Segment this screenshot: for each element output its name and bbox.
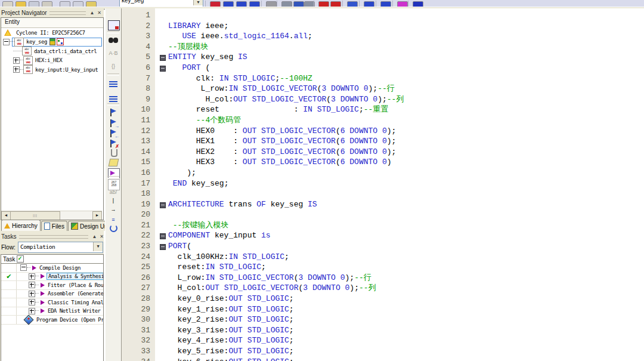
next-bookmark-icon[interactable]: → [108,119,119,128]
tree-item[interactable]: abcVHDdata_ctrl:i_data_ctrl [1,47,103,56]
waveform-icon[interactable] [347,1,358,7]
code-line[interactable]: 13 HEX1 : OUT STD_LOGIC_VECTOR(6 DOWNTO … [122,136,644,147]
fold-collapse-icon[interactable] [160,233,166,239]
start-synthesis-icon[interactable] [249,1,260,7]
goto-icon[interactable]: → [108,205,119,214]
new-file-icon[interactable] [2,1,13,7]
close-panel-icon[interactable]: ✕ [96,10,103,16]
stop-processing-icon[interactable] [210,1,221,7]
chevron-down-icon[interactable]: ▼ [193,0,203,5]
task-row[interactable]: Program Device (Open Programmer) [1,316,103,325]
outdent-icon[interactable] [108,94,119,103]
code-line[interactable]: 9 H_col:OUT STD_LOGIC_VECTOR(3 DOWNTO 0)… [122,94,644,105]
code-line[interactable]: 16 ); [122,168,644,178]
editor-screen-icon[interactable] [108,20,120,30]
insert-template-icon[interactable] [109,159,119,166]
code-line[interactable]: 3 USE ieee.std_logic_1164.all; [122,31,644,42]
replace-icon[interactable]: A·B [108,49,119,58]
code-line[interactable]: 22COMPONENT key_input is [122,230,644,241]
tab-hierarchy[interactable]: Hierarchy [1,220,41,231]
fold-collapse-icon[interactable] [160,202,166,208]
code-line[interactable]: 23PORT( [122,241,644,252]
tab-files[interactable]: Files [41,221,67,231]
horizontal-scrollbar[interactable]: ◄ ||| ► [1,211,102,220]
code-line[interactable]: 18 [122,189,644,199]
swap-icon[interactable] [110,224,117,232]
expand-icon[interactable] [29,282,35,288]
cursor-line-icon[interactable]: | [108,196,119,205]
code-line[interactable]: 27 H_col:OUT STD_LOGIC_VECTOR(3 DOWNTO 0… [122,283,644,294]
close-panel-icon[interactable]: ✕ [98,233,105,240]
code-line[interactable]: 6 PORT ( [122,63,644,73]
error-check-icon[interactable] [330,1,341,7]
code-line[interactable]: 26 L_row:IN STD_LOGIC_VECTOR(3 DOWNTO 0)… [122,273,644,283]
find-icon[interactable] [108,36,119,45]
code-editor[interactable]: 12LIBRARY ieee;3 USE ieee.std_logic_1164… [122,8,644,361]
fold-collapse-icon[interactable] [160,66,166,72]
code-line[interactable]: 10 reset : IN STD_LOGIC;--重置 [122,104,644,115]
code-line[interactable]: 12 HEX0 : OUT STD_LOGIC_VECTOR(6 DOWNTO … [122,126,644,137]
pin-planner-icon[interactable] [293,1,304,7]
code-line[interactable]: 5ENTITY key_seg IS [122,52,644,63]
expand-icon[interactable] [29,299,35,306]
task-row[interactable]: Fitter (Place & Route) [1,281,103,290]
collapse-expander-icon[interactable] [20,264,27,271]
code-line[interactable]: 30 key_2_rise:OUT STD_LOGIC; [122,314,644,325]
save-file-icon[interactable] [29,1,39,7]
fold-collapse-icon[interactable] [160,55,166,61]
programmer-icon[interactable] [413,1,423,7]
tree-item[interactable]: Cyclone II: EP2C5F256C7 [1,28,103,38]
collapse-panel-icon[interactable]: ▲ [89,10,95,16]
chevron-down-icon[interactable]: ▼ [93,242,103,251]
copy-icon[interactable] [73,1,83,7]
tree-item[interactable]: abcVHDkey_seg [1,38,103,47]
timing-analyzer-icon[interactable] [364,1,374,7]
flow-combo[interactable]: Compilation ▼ [18,242,103,253]
code-line[interactable]: 20 [122,209,644,220]
tree-item[interactable]: abcVHDkey_input:U_key_input [1,65,103,75]
assignment-editor-icon[interactable] [281,1,292,7]
indent-icon[interactable] [108,79,119,88]
code-line[interactable]: 1 [122,10,644,21]
task-row[interactable]: Compile Design [1,264,103,273]
task-row[interactable]: Classic Timing Analysis [1,298,103,307]
pause-icon[interactable] [266,1,277,7]
code-line[interactable]: 14 HEX2 : OUT STD_LOGIC_VECTOR(6 DOWNTO … [122,147,644,158]
netlist-viewer-icon[interactable] [380,1,391,7]
word-wrap-icon[interactable]: ab/ [108,188,119,197]
stop-icon[interactable] [318,1,329,7]
task-row[interactable]: ✔Analysis & Synthesis [1,273,103,282]
code-line[interactable]: 34 key_6_rise:OUT STD_LOGIC; [122,357,644,361]
match-brace-icon[interactable]: {} [108,62,119,71]
prev-bookmark-icon[interactable]: ← [108,129,119,138]
bookmark-icon[interactable] [108,108,119,117]
code-line[interactable]: 19ARCHITECTURE trans OF key_seg IS [122,199,644,210]
collapse-panel-icon[interactable]: ▲ [91,233,98,240]
code-line[interactable]: 29 key_1_rise:OUT STD_LOGIC; [122,304,644,315]
code-line[interactable]: 7 clk: IN STD_LOGIC;--100HZ [122,73,644,84]
code-line[interactable]: 33 key_5_rise:OUT STD_LOGIC; [122,346,644,357]
start-compilation-icon[interactable] [223,1,234,7]
clear-bookmarks-icon[interactable]: ✗ [108,139,119,148]
document-selector-combo[interactable]: key_seg ▼ [119,0,203,7]
cut-icon[interactable] [60,1,70,7]
align-lines-icon[interactable]: ≡ [108,215,119,224]
expand-icon[interactable] [29,308,35,314]
start-analysis-icon[interactable] [236,1,247,7]
code-line[interactable]: 24 clk_100KHz:IN STD_LOGIC; [122,252,644,263]
task-row[interactable]: Assembler (Generate programming files) [1,290,103,299]
code-line[interactable]: 21 --按键输入模块 [122,220,644,231]
open-file-icon[interactable] [16,1,26,7]
code-line[interactable]: 8 L_row:IN STD_LOGIC_VECTOR(3 DOWNTO 0);… [122,84,644,94]
paperclip-icon[interactable] [111,149,117,157]
code-line[interactable]: 17 END key_seg; [122,178,644,189]
code-line[interactable]: 11 --4个数码管 [122,115,644,126]
code-line[interactable]: 28 key_0_rise:OUT STD_LOGIC; [122,294,644,304]
fold-collapse-icon[interactable] [160,244,166,250]
code-line[interactable]: 25 reset:IN STD_LOGIC; [122,262,644,273]
expand-icon[interactable] [13,57,20,64]
expand-icon[interactable] [29,291,35,297]
task-check-all-icon[interactable]: ✓ [17,255,24,263]
tree-item[interactable]: abcVHDHEX:i_HEX [1,56,103,66]
expand-icon[interactable] [13,66,20,73]
